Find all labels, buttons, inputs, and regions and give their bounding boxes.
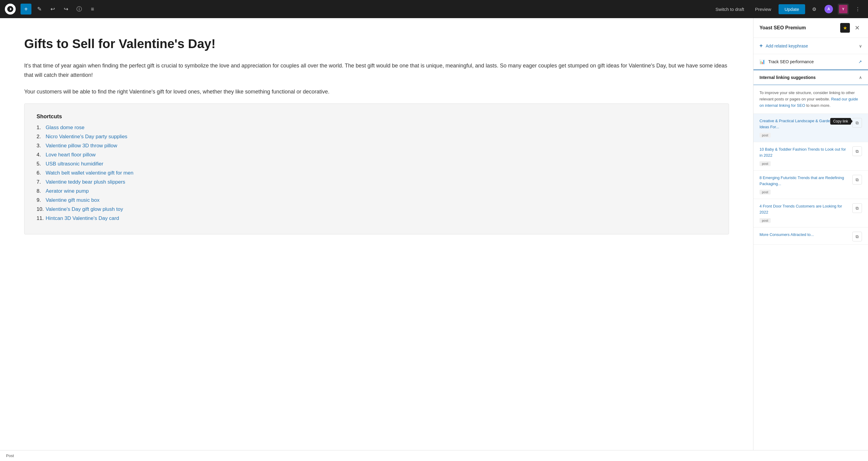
suggestion-link-2[interactable]: 10 Baby & Toddler Fashion Trends to Look… — [760, 146, 862, 158]
chevron-up-icon: ∧ — [859, 75, 862, 80]
copy-icon-2: ⧉ — [856, 149, 859, 154]
copy-link-button-4[interactable]: ⧉ — [852, 203, 862, 213]
copy-link-button-3[interactable]: ⧉ — [852, 175, 862, 184]
external-link-icon: ↗ — [858, 59, 862, 64]
add-keyphrase-section: + Add related keyphrase ∨ — [753, 38, 868, 54]
add-keyphrase-left: + Add related keyphrase — [760, 42, 808, 49]
list-item: 4.Love heart floor pillow — [37, 152, 717, 158]
plus-icon: + — [760, 42, 763, 49]
internal-linking-body: To improve your site structure, consider… — [753, 85, 868, 114]
switch-draft-button[interactable]: Switch to draft — [712, 4, 748, 14]
sidebar-header: Yoast SEO Premium ★ ✕ — [753, 18, 868, 38]
star-icon: ★ — [843, 25, 847, 31]
list-item: 5.USB ultrasonic humidifier — [37, 161, 717, 167]
graph-icon: 📊 — [760, 59, 765, 64]
add-block-button[interactable]: + — [21, 4, 31, 15]
post-body: It's that time of year again when findin… — [24, 61, 729, 96]
yoast-logo: Y — [839, 5, 847, 13]
list-view-button[interactable]: ≡ — [87, 4, 98, 15]
copy-link-button-1[interactable]: ⧉ — [852, 118, 862, 128]
status-bar-label: Post — [6, 454, 14, 458]
info-button[interactable]: ⓘ — [74, 4, 85, 15]
gear-icon: ⚙ — [812, 6, 816, 12]
shortcuts-box: Shortcuts 1.Glass dome rose 2.Nicro Vale… — [24, 104, 729, 234]
post-title: Gifts to Sell for Valentine's Day! — [24, 36, 729, 51]
toolbar-right: Switch to draft Preview Update ⚙ A Y ⋮ — [712, 4, 863, 15]
sidebar-header-right: ★ ✕ — [840, 23, 862, 33]
pencil-icon: ✎ — [37, 6, 42, 12]
list-item: 1.Glass dome rose — [37, 125, 717, 131]
list-item: 7.Valentine teddy bear plush slippers — [37, 179, 717, 185]
paragraph-1: It's that time of year again when findin… — [24, 61, 729, 80]
list-item: 9.Valentine gift music box — [37, 197, 717, 203]
copy-icon-1: ⧉ — [856, 120, 859, 125]
shortcuts-list: 1.Glass dome rose 2.Nicro Valentine's Da… — [37, 125, 717, 222]
chevron-down-icon: ∨ — [859, 44, 862, 49]
suggestion-link-3[interactable]: 8 Emerging Futuristic Trends that are Re… — [760, 175, 862, 186]
internal-linking-title: Internal linking suggestions — [760, 75, 816, 80]
track-seo-label: Track SEO performance — [768, 59, 814, 64]
suggestion-item-4: 4 Front Door Trends Customers are Lookin… — [753, 199, 868, 228]
preview-button[interactable]: Preview — [751, 4, 775, 14]
suggestion-link-5[interactable]: More Consumers Attracted to... — [760, 232, 862, 238]
suggestion-item-3: 8 Emerging Futuristic Trends that are Re… — [753, 171, 868, 199]
list-item: 8.Aerator wine pump — [37, 188, 717, 194]
add-keyphrase-header[interactable]: + Add related keyphrase ∨ — [753, 38, 868, 54]
close-sidebar-button[interactable]: ✕ — [852, 23, 862, 33]
suggestion-badge-4: post — [760, 218, 771, 223]
settings-button[interactable]: ⚙ — [809, 4, 819, 15]
suggestion-item-2: 10 Baby & Toddler Fashion Trends to Look… — [753, 142, 868, 171]
list-item: 10.Valentine's Day gift glow plush toy — [37, 206, 717, 212]
more-icon: ⋮ — [855, 6, 860, 12]
update-button[interactable]: Update — [779, 4, 805, 14]
shortcuts-title: Shortcuts — [37, 113, 717, 120]
toolbar: + ✎ ↩ ↪ ⓘ ≡ Switch to draft Preview Upda… — [0, 0, 868, 18]
list-item: 2.Nicro Valentine's Day party supplies — [37, 134, 717, 140]
status-bar: Post — [0, 450, 868, 461]
copy-link-button-2[interactable]: ⧉ — [852, 146, 862, 156]
suggestion-item-5: More Consumers Attracted to... ⧉ — [753, 228, 868, 245]
copy-link-button-5[interactable]: ⧉ — [852, 232, 862, 241]
close-icon: ✕ — [855, 24, 860, 31]
yoast-button[interactable]: Y — [838, 4, 849, 15]
info-icon: ⓘ — [76, 5, 82, 13]
copy-icon-3: ⧉ — [856, 177, 859, 182]
sidebar-title: Yoast SEO Premium — [760, 25, 806, 31]
suggestion-link-1[interactable]: Creative & Practical Landscape & Garden … — [760, 118, 862, 130]
copy-icon-5: ⧉ — [856, 234, 859, 239]
suggestion-badge-1: post — [760, 133, 771, 138]
suggestion-link-4[interactable]: 4 Front Door Trends Customers are Lookin… — [760, 203, 862, 215]
list-icon: ≡ — [91, 6, 94, 12]
pencil-icon-btn[interactable]: ✎ — [34, 4, 45, 15]
main-area: Gifts to Sell for Valentine's Day! It's … — [0, 18, 868, 450]
track-seo-left: 📊 Track SEO performance — [760, 59, 814, 64]
add-keyphrase-label: Add related keyphrase — [766, 44, 808, 49]
suggestion-badge-3: post — [760, 190, 771, 195]
paragraph-2: Your customers will be able to find the … — [24, 87, 729, 96]
editor-area: Gifts to Sell for Valentine's Day! It's … — [0, 18, 753, 450]
copy-icon-4: ⧉ — [856, 206, 859, 211]
internal-linking-header[interactable]: Internal linking suggestions ∧ — [753, 69, 868, 85]
list-item: 11.Hintcan 3D Valentine's Day card — [37, 215, 717, 222]
more-options-button[interactable]: ⋮ — [852, 4, 863, 15]
suggestion-badge-2: post — [760, 161, 771, 166]
list-item: 6.Watch belt wallet valentine gift for m… — [37, 170, 717, 176]
suggestion-item-1: Creative & Practical Landscape & Garden … — [753, 114, 868, 142]
list-item: 3.Valentine pillow 3D throw pillow — [37, 143, 717, 149]
undo-button[interactable]: ↩ — [47, 4, 58, 15]
wp-logo[interactable] — [5, 4, 16, 15]
track-seo-row[interactable]: 📊 Track SEO performance ↗ — [753, 54, 868, 69]
undo-icon: ↩ — [51, 6, 55, 12]
astra-button[interactable]: A — [823, 4, 834, 15]
astra-icon: A — [825, 5, 833, 13]
star-button[interactable]: ★ — [840, 23, 850, 33]
internal-linking-text: To improve your site structure, consider… — [760, 90, 862, 109]
redo-icon: ↪ — [64, 6, 68, 12]
redo-button[interactable]: ↪ — [60, 4, 71, 15]
yoast-sidebar: Yoast SEO Premium ★ ✕ + Add related keyp… — [753, 18, 868, 450]
